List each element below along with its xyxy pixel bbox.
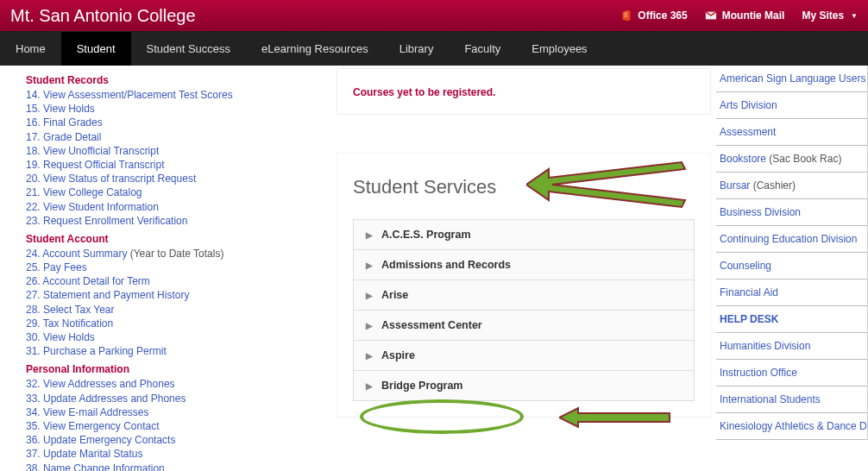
sidebar-link[interactable]: 25. Pay Fees xyxy=(26,261,337,274)
sidebar-link-a[interactable]: 20. View Status of transcript Request xyxy=(26,173,196,185)
dept-link-instruction-office[interactable]: Instruction Office xyxy=(716,360,867,386)
center-column: Courses yet to be registered. Student Se… xyxy=(337,66,716,471)
sidebar-link-a[interactable]: 17. Grade Detail xyxy=(26,131,101,143)
accordion-item-assessment-center[interactable]: ▶Assessment Center xyxy=(354,311,694,341)
nav-student[interactable]: Student xyxy=(61,32,131,66)
sidebar-link[interactable]: 21. View College Catalog xyxy=(26,185,337,199)
sidebar-link[interactable]: 31. Purchase a Parking Permit xyxy=(26,344,337,358)
sidebar-link-a[interactable]: 34. View E-mail Addresses xyxy=(26,406,149,418)
sidebar-link[interactable]: 18. View Unofficial Transcript xyxy=(26,144,337,158)
sidebar-link-a[interactable]: 29. Tax Notification xyxy=(26,317,113,330)
accordion-item-arise[interactable]: ▶Arise xyxy=(354,280,694,311)
sidebar-link-a[interactable]: 30. View Holds xyxy=(26,331,95,343)
dept-link-counseling[interactable]: Counseling xyxy=(716,253,867,279)
sidebar-link[interactable]: 28. Select Tax Year xyxy=(26,303,337,317)
sidebar-link-a[interactable]: 36. Update Emergency Contacts xyxy=(26,434,175,446)
sidebar-link[interactable]: 20. View Status of transcript Request xyxy=(26,172,337,185)
nav-elearning-resources[interactable]: eLearning Resources xyxy=(246,32,384,66)
dept-link-international-students[interactable]: International Students xyxy=(716,386,867,413)
nav-employees[interactable]: Employees xyxy=(516,32,602,66)
sidebar-link[interactable]: 14. View Assessment/Placement Test Score… xyxy=(26,88,337,102)
sidebar-link-a[interactable]: 26. Account Detail for Term xyxy=(26,275,150,287)
office-365-link[interactable]: Office 365 xyxy=(620,9,687,22)
chevron-right-icon: ▶ xyxy=(366,261,373,270)
my-sites-label: My Sites xyxy=(802,9,844,22)
group-title: Personal Information xyxy=(26,363,337,375)
sidebar-link-a[interactable]: 21. View College Catalog xyxy=(26,186,142,198)
sidebar-link-a[interactable]: 15. View Holds xyxy=(26,103,95,115)
sidebar-link[interactable]: 17. Grade Detail xyxy=(26,130,337,144)
dept-link-bursar[interactable]: Bursar (Cashier) xyxy=(716,173,867,199)
dept-link-bookstore[interactable]: Bookstore (Sac Book Rac) xyxy=(716,146,867,173)
accordion-item-admissions-and-records[interactable]: ▶Admissions and Records xyxy=(354,250,694,280)
chevron-right-icon: ▶ xyxy=(366,351,373,361)
mail-icon xyxy=(705,9,717,22)
sidebar-link-a[interactable]: 18. View Unofficial Transcript xyxy=(26,145,159,157)
mountie-mail-label: Mountie Mail xyxy=(722,9,785,22)
sidebar-link[interactable]: 32. View Addresses and Phones xyxy=(26,377,337,391)
sidebar-link-a[interactable]: 37. Update Marital Status xyxy=(26,448,142,460)
link-list: 14. View Assessment/Placement Test Score… xyxy=(26,88,337,228)
caret-down-icon: ▼ xyxy=(851,12,858,20)
sidebar-link[interactable]: 27. Statement and Payment History xyxy=(26,288,337,302)
sidebar-link[interactable]: 36. Update Emergency Contacts xyxy=(26,433,337,447)
sidebar-link-a[interactable]: 14. View Assessment/Placement Test Score… xyxy=(26,89,233,101)
sidebar-link-a[interactable]: 27. Statement and Payment History xyxy=(26,289,189,301)
nav-faculty[interactable]: Faculty xyxy=(449,32,516,66)
nav-student-success[interactable]: Student Success xyxy=(131,32,247,66)
chevron-right-icon: ▶ xyxy=(366,230,373,240)
accordion-item-aspire[interactable]: ▶Aspire xyxy=(354,341,694,371)
sidebar-link[interactable]: 37. Update Marital Status xyxy=(26,447,337,461)
sidebar-link[interactable]: 33. Update Addresses and Phones xyxy=(26,392,337,405)
sidebar-link[interactable]: 16. Final Grades xyxy=(26,116,337,129)
sidebar-link-a[interactable]: 16. Final Grades xyxy=(26,116,103,129)
sidebar-link-a[interactable]: 19. Request Official Transcript xyxy=(26,159,165,171)
sidebar-link-a[interactable]: 22. View Student Information xyxy=(26,201,159,213)
accordion-label: Arise xyxy=(381,289,408,301)
mountie-mail-link[interactable]: Mountie Mail xyxy=(705,9,785,22)
dept-link-financial-aid[interactable]: Financial Aid xyxy=(716,279,867,306)
sidebar-link-a[interactable]: 25. Pay Fees xyxy=(26,261,87,273)
sidebar-link-a[interactable]: 23. Request Enrollment Verification xyxy=(26,215,187,227)
sidebar-link-a[interactable]: 35. View Emergency Contact xyxy=(26,420,160,432)
sidebar-link[interactable]: 35. View Emergency Contact xyxy=(26,419,337,433)
dept-link-assessment[interactable]: Assessment xyxy=(716,119,867,146)
sidebar-link[interactable]: 29. Tax Notification xyxy=(26,317,337,330)
dept-link-arts-division[interactable]: Arts Division xyxy=(716,92,867,119)
dept-link-kinesiology-athletics-dance-divis[interactable]: Kinesiology Athletics & Dance Divis xyxy=(716,413,867,440)
office-icon xyxy=(620,9,632,22)
chevron-right-icon: ▶ xyxy=(366,321,373,330)
sidebar-link[interactable]: 23. Request Enrollment Verification xyxy=(26,214,337,228)
sidebar-link-a[interactable]: 38. Name Change Information xyxy=(26,462,165,472)
content-area: Student Records14. View Assessment/Place… xyxy=(0,66,868,471)
sidebar-link-a[interactable]: 24. Account Summary xyxy=(26,248,127,260)
nav-home[interactable]: Home xyxy=(0,32,61,66)
right-sidebar: American Sign Language UsersArts Divisio… xyxy=(716,66,868,471)
main-nav: HomeStudentStudent SuccesseLearning Reso… xyxy=(0,31,868,66)
sidebar-link[interactable]: 30. View Holds xyxy=(26,330,337,344)
link-suffix: (Year to Date Totals) xyxy=(127,248,223,260)
dept-link-humanities-division[interactable]: Humanities Division xyxy=(716,333,867,360)
dept-link-business-division[interactable]: Business Division xyxy=(716,199,867,226)
student-services-panel: Student Services ▶A.C.E.S. Program▶Admis… xyxy=(337,153,711,418)
link-list: 24. Account Summary (Year to Date Totals… xyxy=(26,247,337,359)
sidebar-link[interactable]: 34. View E-mail Addresses xyxy=(26,405,337,419)
sidebar-link[interactable]: 15. View Holds xyxy=(26,102,337,116)
sidebar-link[interactable]: 24. Account Summary (Year to Date Totals… xyxy=(26,247,337,261)
sidebar-link[interactable]: 38. Name Change Information xyxy=(26,462,337,472)
dept-link-help-desk[interactable]: HELP DESK xyxy=(716,306,867,333)
accordion-item-a-c-e-s-program[interactable]: ▶A.C.E.S. Program xyxy=(354,220,694,250)
accordion-item-bridge-program[interactable]: ▶Bridge Program xyxy=(354,371,694,401)
sidebar-link[interactable]: 26. Account Detail for Term xyxy=(26,274,337,288)
registration-status-box: Courses yet to be registered. xyxy=(337,68,711,115)
my-sites-dropdown[interactable]: My Sites ▼ xyxy=(802,9,858,22)
sidebar-link-a[interactable]: 31. Purchase a Parking Permit xyxy=(26,345,167,357)
sidebar-link[interactable]: 22. View Student Information xyxy=(26,200,337,214)
sidebar-link-a[interactable]: 33. Update Addresses and Phones xyxy=(26,392,186,405)
sidebar-link-a[interactable]: 32. View Addresses and Phones xyxy=(26,378,175,390)
dept-link-continuing-education-division[interactable]: Continuing Education Division xyxy=(716,226,867,253)
sidebar-link-a[interactable]: 28. Select Tax Year xyxy=(26,304,115,316)
sidebar-link[interactable]: 19. Request Official Transcript xyxy=(26,158,337,172)
dept-link-american-sign-language-users[interactable]: American Sign Language Users xyxy=(716,66,867,92)
nav-library[interactable]: Library xyxy=(384,32,450,66)
